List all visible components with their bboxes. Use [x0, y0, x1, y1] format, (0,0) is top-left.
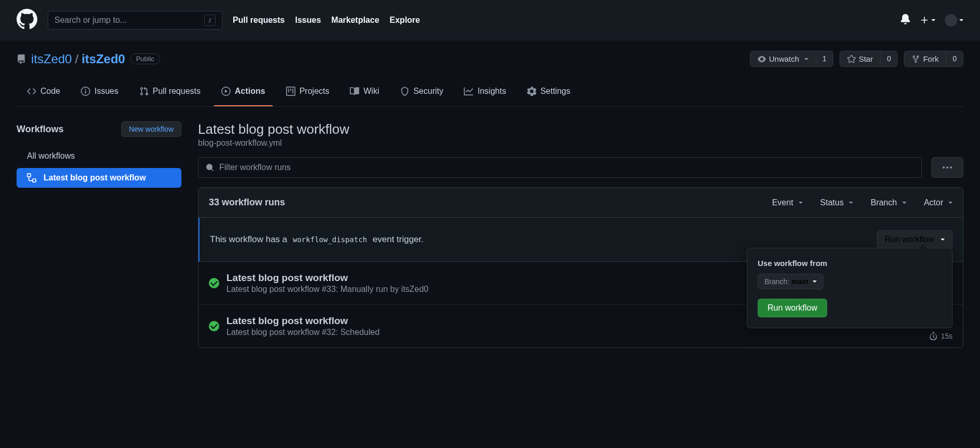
kebab-dot [950, 166, 952, 169]
fork-button-group: Fork 0 [904, 51, 963, 67]
filter-runs-input[interactable] [219, 163, 914, 172]
shield-icon [400, 87, 409, 96]
sidebar-item-label: All workflows [27, 151, 75, 161]
workflow-content: Latest blog post workflow blog-post-work… [198, 121, 963, 348]
watch-count[interactable]: 1 [816, 51, 833, 66]
sidebar-item-all-workflows[interactable]: All workflows [17, 146, 181, 166]
filter-actor[interactable]: Actor [924, 198, 953, 207]
gear-icon [527, 87, 536, 96]
user-menu[interactable] [945, 14, 963, 26]
fork-icon [912, 55, 920, 63]
eye-icon [758, 55, 766, 63]
plus-icon [920, 16, 929, 25]
new-workflow-button[interactable]: New workflow [121, 121, 181, 137]
filter-event[interactable]: Event [772, 198, 803, 207]
star-label: Star [859, 54, 873, 63]
more-options-button[interactable] [931, 157, 963, 178]
caret-down-icon [813, 281, 817, 283]
kebab-dot [946, 166, 948, 169]
visibility-badge: Public [130, 53, 160, 64]
unwatch-button[interactable]: Unwatch [750, 51, 816, 66]
sidebar-item-latest-blog-post[interactable]: Latest blog post workflow [17, 168, 181, 188]
run-workflow-dropdown[interactable]: Run workflow [877, 230, 953, 249]
caret-down-icon [804, 58, 808, 60]
global-header: / Pull requests Issues Marketplace Explo… [0, 0, 980, 40]
tab-code[interactable]: Code [20, 81, 67, 106]
repo-name-link[interactable]: itsZed0 [81, 52, 125, 66]
fork-label: Fork [923, 54, 939, 63]
caret-down-icon [849, 202, 853, 204]
branch-value: main [791, 277, 808, 286]
global-nav: Pull requests Issues Marketplace Explore [233, 16, 420, 25]
repo-icon [17, 54, 26, 64]
nav-issues[interactable]: Issues [295, 16, 321, 25]
breadcrumb: itsZed0 / itsZed0 [31, 52, 125, 66]
run-workflow-button[interactable]: Run workflow [758, 299, 827, 317]
tab-issues[interactable]: Issues [74, 81, 125, 106]
search-icon [206, 163, 214, 172]
repo-owner-link[interactable]: itsZed0 [31, 52, 72, 66]
header-right [900, 14, 963, 26]
pr-icon [139, 87, 149, 96]
sidebar-heading: Workflows [17, 124, 64, 135]
star-button[interactable]: Star [840, 51, 880, 66]
notifications-icon[interactable] [900, 14, 911, 26]
tab-insights[interactable]: Insights [457, 81, 513, 106]
kebab-dot [943, 166, 945, 169]
nav-marketplace[interactable]: Marketplace [331, 16, 379, 25]
run-duration: 15s [929, 332, 953, 340]
fork-count[interactable]: 0 [946, 51, 963, 66]
workflow-icon [27, 173, 36, 183]
star-icon [847, 55, 856, 63]
nav-pull-requests[interactable]: Pull requests [233, 16, 285, 25]
tab-actions[interactable]: Actions [214, 81, 273, 106]
code-icon [27, 87, 36, 96]
graph-icon [464, 87, 473, 96]
branch-label: Branch: [764, 277, 789, 286]
filter-runs-input-wrap[interactable] [198, 157, 922, 178]
filter-branch[interactable]: Branch [871, 198, 906, 207]
star-count[interactable]: 0 [880, 51, 897, 66]
slash-hotkey: / [204, 15, 216, 26]
caret-down-icon [931, 19, 935, 21]
tab-pull-requests[interactable]: Pull requests [132, 81, 208, 106]
workflow-dispatch-banner: This workflow has a workflow_dispatch ev… [198, 218, 963, 262]
workflows-sidebar: Workflows New workflow All workflows Lat… [17, 121, 181, 348]
stopwatch-icon [929, 332, 938, 340]
create-new-dropdown[interactable] [920, 16, 935, 25]
fork-button[interactable]: Fork [904, 51, 946, 66]
tab-security[interactable]: Security [393, 81, 451, 106]
star-button-group: Star 0 [840, 51, 898, 67]
dispatch-text: This workflow has a workflow_dispatch ev… [210, 234, 423, 245]
main-content: Workflows New workflow All workflows Lat… [0, 107, 980, 362]
runs-filter-dropdowns: Event Status Branch Actor [772, 198, 953, 207]
global-search[interactable]: / [48, 11, 222, 30]
branch-select[interactable]: Branch: main [758, 274, 823, 289]
runs-header: 33 workflow runs Event Status Branch Act… [198, 188, 963, 218]
caret-down-icon [799, 202, 803, 204]
tab-projects[interactable]: Projects [279, 81, 337, 106]
status-success-icon [209, 321, 219, 331]
tab-settings[interactable]: Settings [520, 81, 578, 106]
nav-explore[interactable]: Explore [390, 16, 420, 25]
popup-heading: Use workflow from [758, 259, 942, 268]
repo-title-row: itsZed0 / itsZed0 Public Unwatch 1 Star … [17, 51, 963, 67]
caret-down-icon [959, 19, 963, 21]
github-logo[interactable] [17, 9, 37, 32]
issue-icon [81, 87, 90, 96]
status-success-icon [209, 278, 219, 288]
runs-panel: 33 workflow runs Event Status Branch Act… [198, 187, 963, 348]
sidebar-item-label: Latest blog post workflow [44, 173, 146, 183]
repo-header: itsZed0 / itsZed0 Public Unwatch 1 Star … [0, 40, 980, 107]
search-input[interactable] [54, 16, 204, 25]
project-icon [286, 87, 295, 96]
repo-tabs: Code Issues Pull requests Actions Projec… [17, 81, 963, 107]
caret-down-icon [941, 239, 945, 241]
run-workflow-popup: Use workflow from Branch: main Run workf… [747, 248, 953, 328]
caret-down-icon [902, 202, 906, 204]
caret-down-icon [948, 202, 953, 204]
book-icon [350, 87, 359, 96]
tab-wiki[interactable]: Wiki [343, 81, 386, 106]
repo-actions: Unwatch 1 Star 0 Fork 0 [750, 51, 963, 67]
filter-status[interactable]: Status [820, 198, 853, 207]
